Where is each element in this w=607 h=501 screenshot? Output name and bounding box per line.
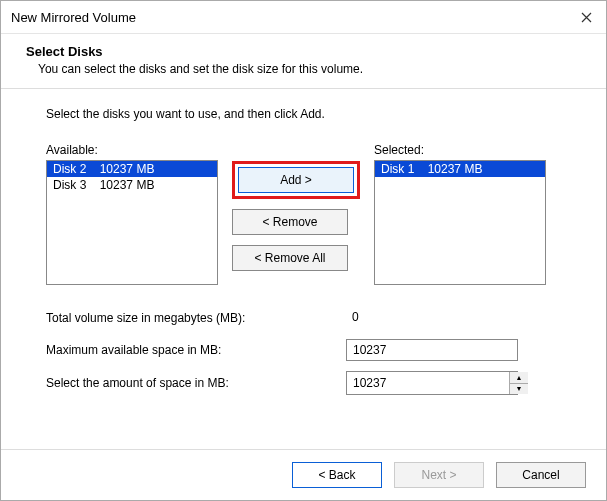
page-subtitle: You can select the disks and set the dis… (26, 62, 586, 76)
instruction-text: Select the disks you want to use, and th… (46, 107, 561, 121)
amount-input[interactable] (347, 372, 509, 394)
total-size-value: 0 (346, 307, 518, 329)
add-button-highlight: Add > (232, 161, 360, 199)
list-item[interactable]: Disk 3 10237 MB (47, 177, 217, 193)
page-title: Select Disks (26, 44, 586, 59)
available-listbox[interactable]: Disk 2 10237 MBDisk 3 10237 MB (46, 160, 218, 285)
amount-spinner[interactable]: ▲ ▼ (346, 371, 518, 395)
close-button[interactable] (576, 7, 596, 27)
cancel-button[interactable]: Cancel (496, 462, 586, 488)
back-button[interactable]: < Back (292, 462, 382, 488)
max-space-value: 10237 (346, 339, 518, 361)
selected-label: Selected: (374, 143, 546, 157)
next-button: Next > (394, 462, 484, 488)
remove-button[interactable]: < Remove (232, 209, 348, 235)
total-size-label: Total volume size in megabytes (MB): (46, 311, 346, 325)
spinner-up[interactable]: ▲ (510, 372, 528, 383)
remove-all-button[interactable]: < Remove All (232, 245, 348, 271)
spinner-down[interactable]: ▼ (510, 383, 528, 395)
max-space-label: Maximum available space in MB: (46, 343, 346, 357)
selected-listbox[interactable]: Disk 1 10237 MB (374, 160, 546, 285)
list-item[interactable]: Disk 2 10237 MB (47, 161, 217, 177)
amount-label: Select the amount of space in MB: (46, 376, 346, 390)
list-item[interactable]: Disk 1 10237 MB (375, 161, 545, 177)
add-button[interactable]: Add > (238, 167, 354, 193)
available-label: Available: (46, 143, 218, 157)
close-icon (581, 12, 592, 23)
window-title: New Mirrored Volume (11, 10, 136, 25)
